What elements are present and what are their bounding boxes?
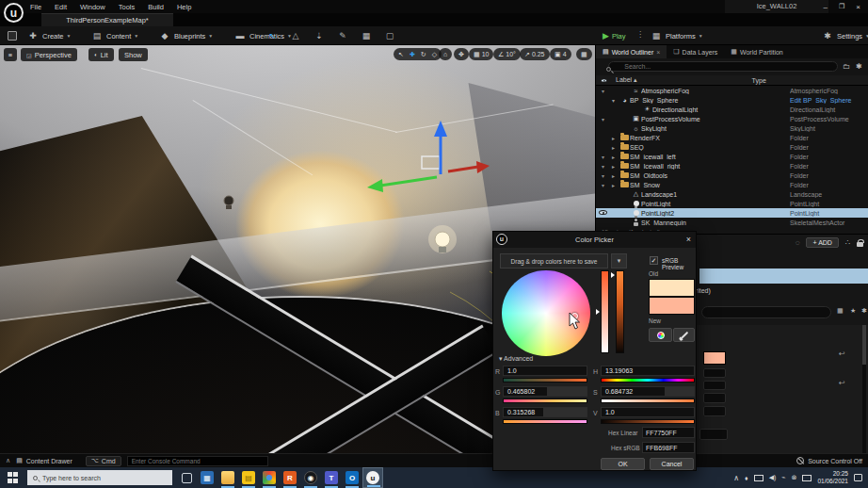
eyedropper-button[interactable] — [673, 328, 695, 342]
b-channel-gradient[interactable] — [503, 419, 587, 424]
new-folder-icon[interactable]: 🗀 — [843, 62, 850, 71]
keyboard-icon[interactable] — [802, 475, 812, 481]
outliner-row[interactable]: ▾ ◕ BP_Sky_Sphere Edit BP_Sky_Sphere — [596, 95, 868, 105]
calculator-icon[interactable]: ▦ — [197, 467, 217, 488]
visibility-chevron-icon[interactable]: ▾ — [596, 182, 610, 188]
tab-world-partition[interactable]: ▦ World Partition — [724, 45, 789, 58]
b-channel-input[interactable]: 0.315268 — [503, 407, 587, 417]
outliner-row[interactable]: ▾ ≈ AtmosphericFog AtmosphericFog — [596, 86, 868, 95]
outliner-row[interactable]: ▾ ▸ SM_icewall_left Folder — [596, 152, 868, 161]
expander-icon[interactable]: ▾ — [612, 97, 619, 104]
landscape-mode-icon[interactable]: △ — [289, 31, 302, 41]
theme-dropdown[interactable]: ▼ — [611, 253, 627, 268]
gizmo-plane-handle[interactable] — [422, 156, 440, 169]
content-button[interactable]: ▤ Content▼ — [90, 26, 138, 45]
play-options-icon[interactable]: ⋮ — [636, 30, 644, 39]
outliner-row[interactable]: ▾ ▸ SM_Oldtools Folder — [596, 171, 868, 180]
taskbar-clock[interactable]: 20:25 01/06/2021 — [817, 470, 848, 485]
task-view-icon[interactable] — [176, 467, 197, 488]
fracture-mode-icon[interactable]: ▦ — [360, 31, 373, 41]
visibility-chevron-icon[interactable]: ▾ — [596, 154, 610, 160]
content-drawer-button[interactable]: Content Drawer — [26, 458, 72, 464]
r-channel-gradient[interactable] — [503, 378, 587, 382]
display-filter-icon[interactable]: ▦ — [837, 307, 844, 315]
details-scrollbar[interactable] — [862, 325, 866, 454]
label-column-header[interactable]: Label ▴ — [616, 76, 637, 84]
viewport-lit-button[interactable]: ◐ Lit — [88, 48, 114, 61]
outliner-row[interactable]: PointLight PointLight — [596, 199, 868, 208]
expander-icon[interactable]: ▸ — [612, 144, 619, 151]
blueprints-button[interactable]: ◆ Blueprints▼ — [158, 26, 213, 45]
favorites-star-icon[interactable]: ★ — [850, 307, 856, 315]
add-component-button[interactable]: + ADD — [806, 237, 838, 248]
outliner-row[interactable]: ▾ ▣ PostProcessVolume PostProcessVolume — [596, 114, 868, 123]
unreal-engine-taskbar-icon[interactable]: u — [362, 467, 383, 488]
maximize-viewport-icon[interactable]: ▦ — [576, 48, 592, 60]
expander-icon[interactable]: ▸ — [612, 154, 619, 160]
outlook-icon[interactable]: O — [342, 467, 362, 488]
property-value-field[interactable] — [703, 381, 726, 390]
menu-build[interactable]: Build — [148, 3, 164, 11]
menu-window[interactable]: Window — [80, 3, 105, 11]
v-channel-gradient[interactable] — [601, 419, 695, 424]
mic-icon[interactable]: ♦ — [745, 475, 748, 481]
cmd-button[interactable]: ⌥ Cmd — [86, 456, 121, 466]
settings-circle-icon[interactable]: ◌ — [796, 238, 800, 247]
viewport-options-icon[interactable]: ≡ — [4, 48, 17, 61]
monitor-icon[interactable] — [754, 475, 764, 481]
hex-linear-input[interactable]: FF7750FF — [642, 427, 695, 438]
menu-help[interactable]: Help — [177, 3, 191, 11]
viewport-show-button[interactable]: Show — [119, 48, 148, 61]
surface-snapping-icon[interactable]: ⌂ — [439, 48, 452, 60]
close-tab-icon[interactable]: × — [656, 49, 660, 56]
hex-srgb-input[interactable]: FFB698FF — [642, 442, 695, 453]
menu-edit[interactable]: Edit — [55, 3, 67, 11]
outliner-row[interactable]: PointLight2 PointLight — [596, 208, 868, 218]
sticky-notes-icon[interactable]: ▤ — [238, 467, 259, 488]
foliage-mode-icon[interactable]: ⇣ — [313, 31, 326, 41]
rotation-snap-button[interactable]: ∠10° — [493, 48, 521, 60]
brush-edit-mode-icon[interactable]: ▢ — [383, 31, 396, 41]
visibility-chevron-icon[interactable]: ▾ — [596, 116, 610, 122]
color-themes-button[interactable] — [649, 328, 672, 342]
outliner-search-input[interactable] — [608, 61, 838, 72]
notifications-icon[interactable] — [854, 474, 862, 481]
tray-expand-icon[interactable]: ∧ — [733, 474, 739, 482]
property-value-field[interactable] — [703, 393, 726, 403]
expander-icon[interactable]: ▸ — [612, 172, 619, 179]
tab-data-layers[interactable]: ❏ Data Layers — [667, 45, 724, 58]
eye-icon[interactable] — [599, 210, 607, 215]
outliner-row[interactable]: ☼ SkyLight SkyLight — [596, 123, 868, 133]
outliner-row[interactable]: SK_Mannequin SkeletalMeshActor — [596, 218, 868, 227]
snap-options-icon[interactable]: ✥ — [454, 48, 469, 60]
visibility-column-icon[interactable] — [601, 78, 607, 82]
gear-icon[interactable]: ✱ — [861, 307, 867, 315]
settings-button[interactable]: ✱ Settings▼ — [821, 26, 868, 45]
chrome-icon[interactable] — [259, 467, 280, 488]
property-value-field[interactable] — [703, 368, 726, 378]
light-color-swatch[interactable] — [703, 351, 726, 365]
rotate-tool-icon[interactable]: ↻ — [421, 51, 426, 58]
reset-to-default-icon[interactable]: ↩ — [839, 379, 845, 387]
r-channel-input[interactable]: 1.0 — [503, 366, 587, 376]
v-channel-input[interactable]: 1.0 — [601, 407, 695, 417]
visibility-chevron-icon[interactable]: ▾ — [596, 172, 610, 179]
type-column-header[interactable]: Type — [752, 77, 766, 84]
visibility-chevron-icon[interactable]: ▾ — [596, 88, 610, 94]
srgb-preview-checkbox[interactable]: ✓ — [650, 256, 658, 265]
close-icon[interactable]: × — [686, 235, 691, 244]
scale-tool-icon[interactable]: ◇ — [432, 51, 437, 58]
h-channel-input[interactable]: 13.19063 — [601, 366, 695, 376]
visibility-chevron-icon[interactable]: ▾ — [596, 163, 610, 170]
outliner-row[interactable]: ▸ SEQ Folder — [596, 142, 868, 152]
property-value-field[interactable] — [703, 406, 726, 416]
saturation-slider-handle[interactable] — [596, 309, 600, 315]
saturation-slider[interactable] — [601, 270, 609, 353]
tab-world-outliner[interactable]: ▤ World Outliner × — [596, 45, 667, 58]
obs-icon[interactable]: ◉ — [300, 467, 321, 488]
gizmo-y-axis[interactable] — [380, 177, 437, 186]
details-search-input[interactable] — [701, 306, 831, 318]
advanced-toggle[interactable]: ▾ Advanced — [499, 355, 533, 363]
platforms-button[interactable]: ▦ Platforms▼ — [650, 26, 703, 45]
s-channel-input[interactable]: 0.684732 — [601, 386, 695, 397]
